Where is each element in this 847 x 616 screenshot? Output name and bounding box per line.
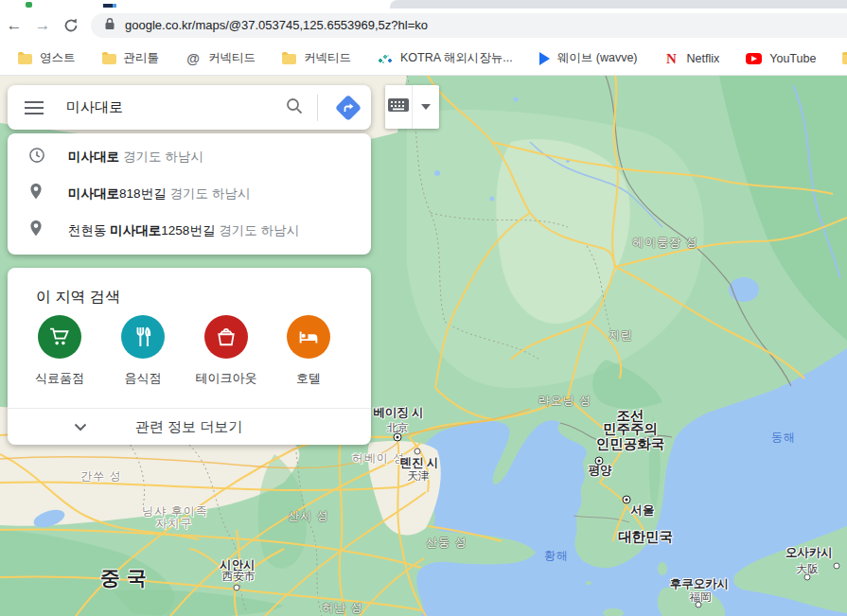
browser-toolbar: ← → google.co.kr/maps/@37.053745,125.655… <box>0 9 847 42</box>
category-list: 식료품점음식점테이크아웃호텔 <box>8 315 371 405</box>
bookmark-item[interactable]: YouTube <box>737 49 824 68</box>
tab-strip <box>0 0 847 9</box>
folder-icon <box>842 54 847 64</box>
suggestion-row[interactable]: 미사대로경기도 하남시 <box>8 138 371 175</box>
folder-icon <box>102 54 116 64</box>
bookmark-label: KOTRA 해외시장뉴... <box>400 50 513 66</box>
folder-icon <box>282 54 296 64</box>
more-info-label: 관련 정보 더보기 <box>87 418 291 436</box>
bookmark-label: 커넥티드 <box>304 50 351 66</box>
local-search-card: 이 지역 검색 식료품점음식점테이크아웃호텔 관련 정보 더보기 <box>8 268 371 445</box>
category-label: 음식점 <box>110 370 176 387</box>
back-button[interactable]: ← <box>0 16 28 35</box>
suggestion-text: 미사대로818번길경기도 하남시 <box>68 185 250 202</box>
suggestion-row[interactable]: 천현동 미사대로1258번길경기도 하남시 <box>8 212 371 249</box>
keyboard-icon <box>387 97 410 116</box>
bookmark-item[interactable]: 웨이브 (wavve) <box>531 47 646 69</box>
suggestion-text: 미사대로경기도 하남시 <box>68 149 203 166</box>
tab-strip-background <box>390 0 847 9</box>
reload-icon[interactable] <box>57 16 85 35</box>
bookmark-item[interactable]: KOTRA 해외시장뉴... <box>369 47 521 69</box>
category-label: 호텔 <box>275 370 342 387</box>
hotel-icon <box>287 315 330 359</box>
at-icon: @ <box>185 52 201 65</box>
bookmark-item[interactable]: NNetflix <box>656 49 729 68</box>
keyboard-dropdown-button[interactable] <box>413 85 439 129</box>
play-icon <box>539 52 550 65</box>
pin-icon <box>28 220 68 241</box>
bookmarks-bar: 영스트관리툴@커넥티드커넥티드KOTRA 해외시장뉴...웨이브 (wavve)… <box>0 42 847 76</box>
category-label: 테이크아웃 <box>193 370 259 387</box>
search-icon[interactable] <box>285 97 304 119</box>
category-restaurant[interactable]: 음식점 <box>110 315 176 387</box>
category-label: 식료품점 <box>26 370 93 387</box>
address-bar[interactable]: google.co.kr/maps/@37.053745,125.6553969… <box>91 13 847 38</box>
chevron-down-icon <box>74 418 87 435</box>
pin-icon <box>28 183 68 204</box>
bookmark-item[interactable]: 영스트 <box>9 47 84 69</box>
bookmark-label: 관리툴 <box>124 50 160 66</box>
caret-down-icon <box>421 104 431 110</box>
bookmark-label: 웨이브 (wavve) <box>557 50 638 66</box>
kotra-icon <box>378 52 393 65</box>
suggestion-row[interactable]: 미사대로818번길경기도 하남시 <box>8 175 371 212</box>
bookmark-item[interactable]: @커넥티드 <box>177 47 264 69</box>
search-divider <box>317 95 318 121</box>
bookmark-item[interactable]: TV <box>834 49 847 68</box>
clock-icon <box>28 147 68 167</box>
restaurant-icon <box>121 315 165 359</box>
search-input[interactable]: 미사대로 <box>66 98 285 116</box>
netflix-icon: N <box>664 52 679 65</box>
menu-icon[interactable] <box>25 101 44 114</box>
youtube-icon <box>746 53 762 64</box>
bookmark-item[interactable]: 관리툴 <box>94 47 168 69</box>
bookmark-label: Netflix <box>687 52 720 65</box>
suggestions-card: 미사대로경기도 하남시미사대로818번길경기도 하남시천현동 미사대로1258번… <box>8 133 371 255</box>
suggestion-text: 천현동 미사대로1258번길경기도 하남시 <box>68 222 299 239</box>
folder-icon <box>18 54 32 64</box>
local-search-title: 이 지역 검색 <box>8 268 371 308</box>
keyboard-widget <box>385 85 439 129</box>
more-info-button[interactable]: 관련 정보 더보기 <box>8 409 371 445</box>
directions-button[interactable] <box>329 89 367 127</box>
lock-icon <box>104 17 115 34</box>
category-hotel[interactable]: 호텔 <box>275 315 342 387</box>
url-text: google.co.kr/maps/@37.053745,125.6553969… <box>125 18 428 32</box>
bookmark-label: YouTube <box>769 52 816 65</box>
search-card: 미사대로 <box>8 85 371 130</box>
maps-app: 헤이룽장 성지린랴오닝 성조선민주주의인민공화국평양동해서울대한민국황해베이징 … <box>0 76 847 616</box>
browser-chrome: ← → google.co.kr/maps/@37.053745,125.655… <box>0 0 847 76</box>
cart-icon <box>38 315 81 359</box>
bookmark-item[interactable]: 커넥티드 <box>274 47 360 69</box>
keyboard-button[interactable] <box>385 85 412 129</box>
bookmark-label: 영스트 <box>40 50 76 66</box>
bookmark-label: 커넥티드 <box>208 50 256 66</box>
forward-button[interactable]: → <box>28 16 57 35</box>
tab-favicon-remnant <box>26 2 32 8</box>
takeout-icon <box>204 315 248 359</box>
category-cart[interactable]: 식료품점 <box>26 315 93 387</box>
category-takeout[interactable]: 테이크아웃 <box>193 315 259 387</box>
tab-title-remnant <box>103 4 113 8</box>
